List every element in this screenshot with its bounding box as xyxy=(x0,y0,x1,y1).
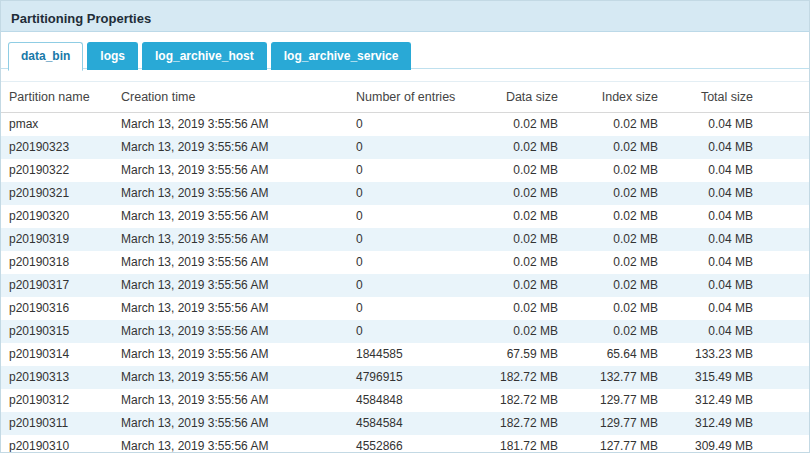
tab-bar: data_binlogslog_archive_hostlog_archive_… xyxy=(1,32,809,69)
partitioning-properties-panel: Partitioning Properties data_binlogslog_… xyxy=(0,0,810,453)
tab-log_archive_service[interactable]: log_archive_service xyxy=(271,42,412,70)
table-cell: 0.02 MB xyxy=(576,251,676,274)
table-cell: 0 xyxy=(348,136,481,159)
column-header: Index size xyxy=(576,82,676,113)
table-cell: March 13, 2019 3:55:56 AM xyxy=(113,205,348,228)
table-cell: 181.72 MB xyxy=(481,435,576,453)
table-cell: 1844585 xyxy=(348,343,481,366)
table-cell: p20190315 xyxy=(1,320,113,343)
table-cell: 132.77 MB xyxy=(576,366,676,389)
column-header: Creation time xyxy=(113,82,348,113)
table-cell: pmax xyxy=(1,113,113,137)
table-cell: 0.04 MB xyxy=(676,251,810,274)
column-header: Total size xyxy=(676,82,810,113)
table-cell: 0.02 MB xyxy=(576,228,676,251)
table-cell: p20190318 xyxy=(1,251,113,274)
table-cell: 182.72 MB xyxy=(481,389,576,412)
table-row: p20190316March 13, 2019 3:55:56 AM00.02 … xyxy=(1,297,810,320)
table-cell: 0.02 MB xyxy=(576,182,676,205)
column-header: Number of entries xyxy=(348,82,481,113)
table-cell: 65.64 MB xyxy=(576,343,676,366)
table-cell: 67.59 MB xyxy=(481,343,576,366)
table-cell: 0.02 MB xyxy=(576,274,676,297)
table-cell: p20190314 xyxy=(1,343,113,366)
table-row: p20190318March 13, 2019 3:55:56 AM00.02 … xyxy=(1,251,810,274)
table-cell: 0.04 MB xyxy=(676,320,810,343)
table-cell: 133.23 MB xyxy=(676,343,810,366)
table-cell: p20190322 xyxy=(1,159,113,182)
table-cell: p20190316 xyxy=(1,297,113,320)
table-cell: 0.02 MB xyxy=(576,205,676,228)
table-cell: March 13, 2019 3:55:56 AM xyxy=(113,435,348,453)
table-cell: 4584848 xyxy=(348,389,481,412)
table-cell: 0.02 MB xyxy=(481,228,576,251)
table-cell: March 13, 2019 3:55:56 AM xyxy=(113,182,348,205)
table-cell: 0.04 MB xyxy=(676,159,810,182)
table-cell: 0.02 MB xyxy=(576,297,676,320)
table-cell: 4796915 xyxy=(348,366,481,389)
panel-title-bar: Partitioning Properties xyxy=(1,1,809,32)
table-cell: 0.02 MB xyxy=(481,205,576,228)
column-header: Partition name xyxy=(1,82,113,113)
table-cell: March 13, 2019 3:55:56 AM xyxy=(113,159,348,182)
table-cell: 0.02 MB xyxy=(481,159,576,182)
table-body: pmaxMarch 13, 2019 3:55:56 AM00.02 MB0.0… xyxy=(1,113,810,453)
table-cell: 0.04 MB xyxy=(676,297,810,320)
table-cell: p20190311 xyxy=(1,412,113,435)
table-row: p20190311March 13, 2019 3:55:56 AM458458… xyxy=(1,412,810,435)
table-row: p20190312March 13, 2019 3:55:56 AM458484… xyxy=(1,389,810,412)
table-cell: March 13, 2019 3:55:56 AM xyxy=(113,251,348,274)
table-cell: 0.02 MB xyxy=(576,113,676,137)
table-cell: March 13, 2019 3:55:56 AM xyxy=(113,320,348,343)
table-cell: 0.02 MB xyxy=(576,136,676,159)
table-cell: March 13, 2019 3:55:56 AM xyxy=(113,228,348,251)
table-cell: p20190313 xyxy=(1,366,113,389)
table-cell: 312.49 MB xyxy=(676,389,810,412)
table-row: p20190319March 13, 2019 3:55:56 AM00.02 … xyxy=(1,228,810,251)
table-row: p20190321March 13, 2019 3:55:56 AM00.02 … xyxy=(1,182,810,205)
table-row: p20190315March 13, 2019 3:55:56 AM00.02 … xyxy=(1,320,810,343)
partitions-table: Partition nameCreation timeNumber of ent… xyxy=(1,81,810,453)
table-header-row: Partition nameCreation timeNumber of ent… xyxy=(1,82,810,113)
table-cell: 129.77 MB xyxy=(576,389,676,412)
table-cell: 0.04 MB xyxy=(676,274,810,297)
table-cell: March 13, 2019 3:55:56 AM xyxy=(113,412,348,435)
tab-log_archive_host[interactable]: log_archive_host xyxy=(142,42,267,70)
table-cell: 0 xyxy=(348,297,481,320)
table-cell: 0.02 MB xyxy=(481,274,576,297)
table-cell: 0.04 MB xyxy=(676,228,810,251)
table-cell: 0.02 MB xyxy=(481,113,576,137)
table-cell: 0.02 MB xyxy=(576,320,676,343)
column-header: Data size xyxy=(481,82,576,113)
table-cell: 0.04 MB xyxy=(676,113,810,137)
panel-title: Partitioning Properties xyxy=(11,11,151,26)
table-cell: p20190319 xyxy=(1,228,113,251)
table-row: pmaxMarch 13, 2019 3:55:56 AM00.02 MB0.0… xyxy=(1,113,810,137)
table-cell: 182.72 MB xyxy=(481,412,576,435)
table-cell: p20190321 xyxy=(1,182,113,205)
table-cell: 312.49 MB xyxy=(676,412,810,435)
table-cell: 0.02 MB xyxy=(481,251,576,274)
table-cell: 4552866 xyxy=(348,435,481,453)
table-cell: 0 xyxy=(348,205,481,228)
table-row: p20190323March 13, 2019 3:55:56 AM00.02 … xyxy=(1,136,810,159)
table-cell: 129.77 MB xyxy=(576,412,676,435)
table-row: p20190314March 13, 2019 3:55:56 AM184458… xyxy=(1,343,810,366)
table-cell: 182.72 MB xyxy=(481,366,576,389)
table-cell: 0 xyxy=(348,228,481,251)
tab-logs[interactable]: logs xyxy=(87,42,138,70)
table-cell: March 13, 2019 3:55:56 AM xyxy=(113,113,348,137)
table-row: p20190322March 13, 2019 3:55:56 AM00.02 … xyxy=(1,159,810,182)
table-cell: March 13, 2019 3:55:56 AM xyxy=(113,274,348,297)
tab-data_bin[interactable]: data_bin xyxy=(8,42,83,71)
table-cell: March 13, 2019 3:55:56 AM xyxy=(113,366,348,389)
table-cell: p20190320 xyxy=(1,205,113,228)
table-cell: p20190323 xyxy=(1,136,113,159)
table-cell: 0.04 MB xyxy=(676,182,810,205)
table-cell: 0 xyxy=(348,182,481,205)
table-cell: 127.77 MB xyxy=(576,435,676,453)
table-row: p20190320March 13, 2019 3:55:56 AM00.02 … xyxy=(1,205,810,228)
table-cell: 0.02 MB xyxy=(481,297,576,320)
table-cell: March 13, 2019 3:55:56 AM xyxy=(113,136,348,159)
table-cell: 0 xyxy=(348,159,481,182)
